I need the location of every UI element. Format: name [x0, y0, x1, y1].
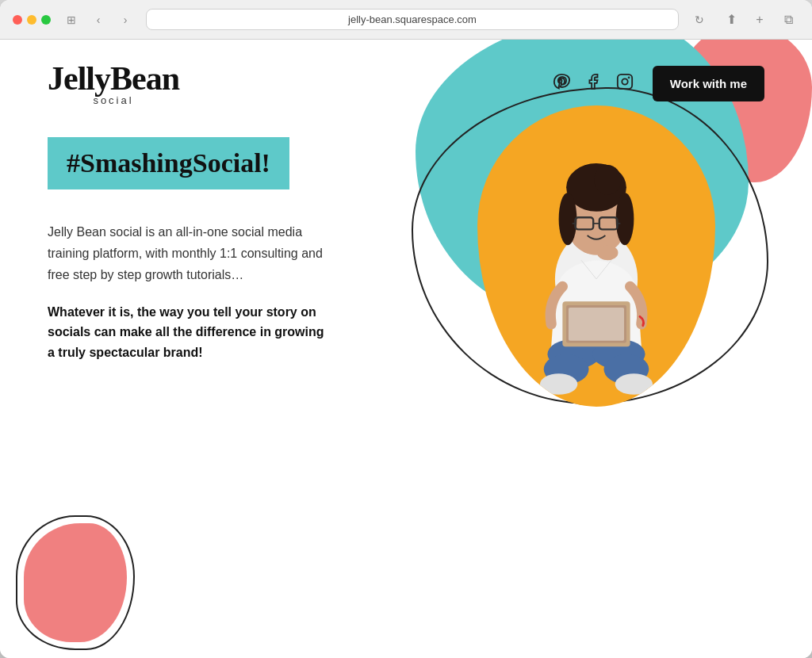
svg-point-18: [540, 373, 577, 395]
pinterest-icon[interactable]: [553, 73, 570, 94]
left-content: #SmashingSocial! Jelly Bean social is an…: [48, 137, 428, 407]
description-text: Jelly Bean social is an all-in-one socia…: [48, 221, 333, 286]
browser-window: ⊞ ‹ › jelly-bean.squarespace.com ↻ ⬆ + ⧉…: [0, 0, 812, 658]
traffic-lights: [13, 15, 51, 25]
hashtag-banner: #SmashingSocial!: [48, 137, 289, 189]
svg-point-19: [615, 373, 653, 395]
header-right: Work with me: [553, 66, 764, 101]
browser-actions: ⬆ + ⧉: [720, 9, 799, 31]
person-image: [477, 105, 715, 407]
address-bar[interactable]: jelly-bean.squarespace.com: [146, 9, 679, 30]
svg-rect-0: [618, 75, 632, 89]
tab-overview-button[interactable]: ⧉: [777, 9, 799, 31]
site-header: JellyBean social: [0, 40, 812, 105]
logo-sub: social: [48, 95, 179, 105]
instagram-icon[interactable]: [616, 73, 634, 94]
main-section: #SmashingSocial! Jelly Bean social is an…: [0, 113, 812, 407]
logo-area: JellyBean social: [48, 62, 179, 105]
svg-point-7: [559, 193, 577, 245]
refresh-button[interactable]: ↻: [688, 9, 710, 31]
svg-point-1: [622, 78, 627, 84]
minimize-button[interactable]: [27, 15, 36, 25]
work-with-me-button[interactable]: Work with me: [653, 66, 764, 101]
back-button[interactable]: ‹: [87, 9, 109, 31]
svg-point-23: [597, 245, 619, 260]
browser-nav: ⊞ ‹ ›: [60, 9, 136, 31]
svg-point-6: [594, 165, 621, 195]
sidebar-toggle[interactable]: ⊞: [60, 9, 82, 31]
browser-chrome: ⊞ ‹ › jelly-bean.squarespace.com ↻ ⬆ + ⧉: [0, 0, 812, 40]
hashtag-text: #SmashingSocial!: [67, 148, 270, 178]
bold-tagline: Whatever it is, the way you tell your st…: [48, 302, 333, 363]
logo-script: JellyBean: [48, 62, 179, 95]
right-content: [428, 137, 764, 407]
person-figure: [477, 105, 715, 407]
page-content: JellyBean social: [0, 40, 812, 658]
svg-point-2: [628, 78, 629, 78]
new-tab-button[interactable]: +: [749, 9, 771, 31]
facebook-icon[interactable]: [584, 73, 602, 94]
social-icons: [553, 73, 634, 94]
close-button[interactable]: [13, 15, 22, 25]
forward-button[interactable]: ›: [114, 9, 136, 31]
blob-pink-outline-bottom: [16, 515, 135, 650]
share-button[interactable]: ⬆: [720, 9, 742, 31]
svg-rect-22: [569, 308, 624, 341]
maximize-button[interactable]: [41, 15, 51, 25]
svg-point-8: [616, 193, 634, 245]
